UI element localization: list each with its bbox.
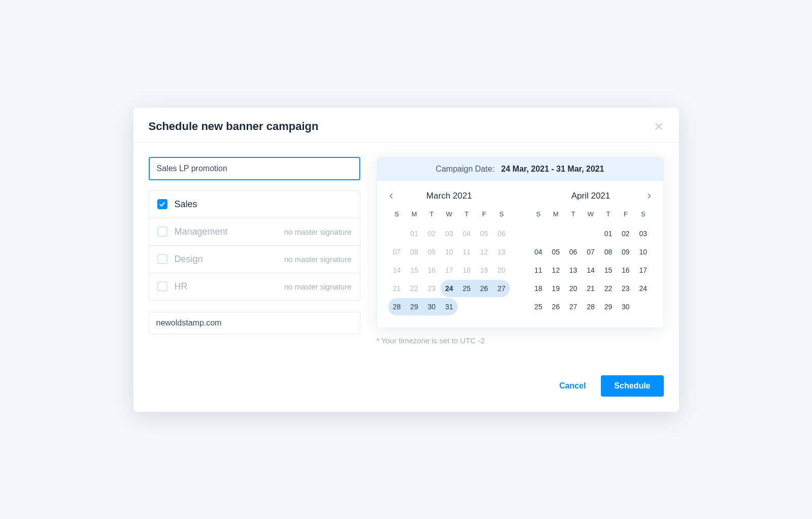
calendar-day[interactable]: 18 bbox=[458, 262, 475, 279]
calendar-day[interactable]: 04 bbox=[530, 243, 547, 261]
calendar-day[interactable]: 07 bbox=[388, 243, 405, 261]
calendar-day[interactable]: 18 bbox=[530, 280, 547, 297]
calendar-day[interactable]: 15 bbox=[405, 262, 423, 279]
calendar-day bbox=[388, 225, 405, 242]
calendar-day[interactable]: 26 bbox=[547, 298, 564, 315]
calendar-day[interactable]: 16 bbox=[617, 262, 634, 279]
month-head: March 2021 bbox=[388, 188, 511, 207]
department-item[interactable]: Sales bbox=[149, 191, 360, 218]
calendar-day[interactable]: 25 bbox=[458, 280, 475, 297]
dow-label: T bbox=[564, 207, 582, 221]
chevron-left-icon bbox=[388, 193, 394, 199]
calendar-day[interactable]: 30 bbox=[617, 298, 634, 315]
calendar-day[interactable]: 02 bbox=[617, 225, 634, 242]
calendar-day[interactable]: 29 bbox=[599, 298, 617, 315]
date-panel: Campaign Date: 24 Mar, 2021 - 31 Mar, 20… bbox=[377, 157, 664, 328]
calendar-day[interactable]: 22 bbox=[599, 280, 617, 297]
department-checkbox[interactable] bbox=[157, 254, 167, 264]
month-title: March 2021 bbox=[426, 191, 472, 201]
cancel-button[interactable]: Cancel bbox=[554, 375, 591, 397]
month-grid: 0102030405060708091011121314151617181920… bbox=[530, 225, 652, 315]
dow-label: M bbox=[547, 207, 564, 221]
department-checkbox[interactable] bbox=[157, 281, 167, 291]
calendar-day[interactable]: 09 bbox=[617, 243, 634, 261]
calendar-day[interactable]: 30 bbox=[423, 298, 440, 315]
calendar-day[interactable]: 06 bbox=[493, 225, 510, 242]
department-label: Design bbox=[175, 254, 277, 265]
calendar-day[interactable]: 23 bbox=[617, 280, 634, 297]
calendar-day[interactable]: 14 bbox=[582, 262, 599, 279]
calendar-day[interactable]: 19 bbox=[547, 280, 564, 297]
dow-row: SMTWTFS bbox=[530, 207, 652, 221]
calendar-day[interactable]: 03 bbox=[634, 225, 652, 242]
calendar-day bbox=[547, 225, 564, 242]
calendar-day[interactable]: 09 bbox=[423, 243, 440, 261]
calendar-day[interactable]: 13 bbox=[564, 262, 582, 279]
calendar-day[interactable]: 24 bbox=[441, 280, 458, 297]
calendar-day[interactable]: 12 bbox=[547, 262, 564, 279]
dow-row: SMTWTFS bbox=[388, 207, 511, 221]
calendar-day[interactable]: 10 bbox=[634, 243, 652, 261]
department-label: Management bbox=[175, 226, 277, 237]
calendar-day bbox=[530, 225, 547, 242]
calendar-day[interactable]: 02 bbox=[423, 225, 440, 242]
campaign-url-input[interactable] bbox=[149, 312, 360, 334]
calendar-day[interactable]: 13 bbox=[493, 243, 510, 261]
campaign-name-input[interactable] bbox=[149, 157, 360, 180]
calendar-day[interactable]: 25 bbox=[530, 298, 547, 315]
calendar-day[interactable]: 27 bbox=[493, 280, 510, 297]
calendar-day[interactable]: 11 bbox=[530, 262, 547, 279]
calendar-day[interactable]: 01 bbox=[405, 225, 423, 242]
dow-label: M bbox=[405, 207, 423, 221]
calendar-day bbox=[564, 225, 582, 242]
calendar-day[interactable]: 23 bbox=[423, 280, 440, 297]
calendar-day[interactable]: 19 bbox=[476, 262, 493, 279]
date-range-value: 24 Mar, 2021 - 31 Mar, 2021 bbox=[501, 165, 604, 173]
calendar-day[interactable]: 12 bbox=[476, 243, 493, 261]
calendar-day[interactable]: 28 bbox=[388, 298, 405, 315]
month-title: April 2021 bbox=[571, 191, 611, 201]
calendar-day[interactable]: 20 bbox=[564, 280, 582, 297]
month-head: April 2021 bbox=[530, 188, 652, 207]
calendar-day[interactable]: 14 bbox=[388, 262, 405, 279]
close-button[interactable] bbox=[654, 121, 664, 132]
calendar-day[interactable]: 03 bbox=[441, 225, 458, 242]
department-hint: no master signature bbox=[284, 255, 352, 264]
calendar-day[interactable]: 17 bbox=[634, 262, 652, 279]
calendar-day[interactable]: 24 bbox=[634, 280, 652, 297]
next-month-button[interactable] bbox=[646, 193, 652, 199]
calendar-day[interactable]: 08 bbox=[405, 243, 423, 261]
calendar-day[interactable]: 21 bbox=[388, 280, 405, 297]
week-row: 252627282930 bbox=[530, 298, 652, 315]
calendar-day[interactable]: 27 bbox=[564, 298, 582, 315]
calendar-day[interactable]: 17 bbox=[441, 262, 458, 279]
calendar-day[interactable]: 05 bbox=[476, 225, 493, 242]
calendar-day[interactable]: 20 bbox=[493, 262, 510, 279]
calendar-day[interactable]: 28 bbox=[582, 298, 599, 315]
calendar-day[interactable]: 07 bbox=[582, 243, 599, 261]
dow-label: F bbox=[617, 207, 634, 221]
calendar-day[interactable]: 26 bbox=[476, 280, 493, 297]
calendar-day[interactable]: 04 bbox=[458, 225, 475, 242]
calendar-day[interactable]: 08 bbox=[599, 243, 617, 261]
calendar-day[interactable]: 22 bbox=[405, 280, 423, 297]
calendar-day[interactable]: 11 bbox=[458, 243, 475, 261]
calendar-day[interactable]: 29 bbox=[405, 298, 423, 315]
calendar-day[interactable]: 10 bbox=[441, 243, 458, 261]
department-checkbox[interactable] bbox=[157, 226, 167, 237]
calendar-day[interactable]: 31 bbox=[441, 298, 458, 315]
prev-month-button[interactable] bbox=[388, 193, 394, 199]
department-item: Designno master signature bbox=[149, 246, 360, 273]
modal-footer: Cancel Schedule bbox=[133, 375, 679, 397]
calendar-day[interactable]: 21 bbox=[582, 280, 599, 297]
calendar-day[interactable]: 05 bbox=[547, 243, 564, 261]
dow-label: W bbox=[582, 207, 599, 221]
calendar-day[interactable]: 15 bbox=[599, 262, 617, 279]
department-checkbox[interactable] bbox=[157, 199, 167, 209]
schedule-button[interactable]: Schedule bbox=[601, 375, 663, 397]
calendar-day[interactable]: 01 bbox=[599, 225, 617, 242]
calendar-day bbox=[476, 298, 493, 315]
calendar-day[interactable]: 06 bbox=[564, 243, 582, 261]
department-label: Sales bbox=[175, 199, 352, 210]
calendar-day[interactable]: 16 bbox=[423, 262, 440, 279]
